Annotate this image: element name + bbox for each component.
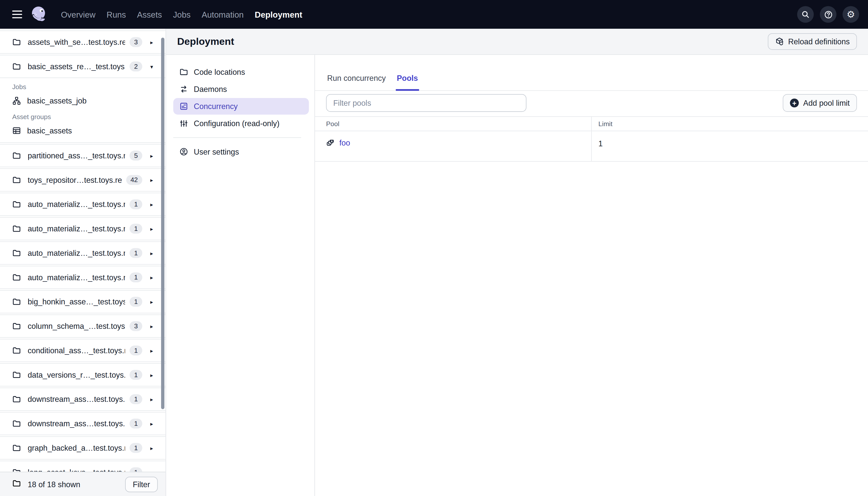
subnav-item-daemons[interactable]: Daemons <box>173 81 309 97</box>
tune-icon <box>179 119 188 128</box>
nav-link-assets[interactable]: Assets <box>136 7 163 21</box>
reload-definitions-button[interactable]: Reload definitions <box>768 33 857 50</box>
folder-icon <box>12 419 21 428</box>
menu-icon[interactable] <box>12 8 22 21</box>
repo-count-badge: 5 <box>130 151 142 161</box>
tab-pools[interactable]: Pools <box>396 74 419 90</box>
repo-count-badge: 1 <box>130 394 142 404</box>
chevron-down-icon[interactable]: ▾ <box>148 63 156 69</box>
chevron-right-icon[interactable]: ▸ <box>148 299 156 305</box>
filter-button[interactable]: Filter <box>125 476 158 492</box>
repo-name: auto_materializ…_test.toys.repo <box>28 224 125 233</box>
folder-icon <box>12 175 21 184</box>
asset-group-item[interactable]: basic_assets <box>12 123 156 138</box>
chevron-right-icon[interactable]: ▸ <box>148 372 156 378</box>
job-icon <box>12 96 21 105</box>
folder-icon <box>12 322 21 330</box>
repo-row[interactable]: big_honkin_asse…_test.toys.rep1▸ <box>0 290 165 313</box>
subnav-item-configuration-read-only[interactable]: Configuration (read-only) <box>173 115 309 132</box>
pool-link[interactable]: foo <box>340 138 350 147</box>
repo-row[interactable]: conditional_ass…_test.toys.repo1▸ <box>0 339 165 362</box>
repo-row[interactable]: auto_materializ…_test.toys.repo1▸ <box>0 217 165 240</box>
pools-table: PoolLimit foo1 <box>315 116 868 161</box>
chevron-right-icon[interactable]: ▸ <box>148 323 156 329</box>
repo-row[interactable]: data_versions_r…_test.toys.rep1▸ <box>0 363 165 386</box>
asset-group-name: basic_assets <box>27 126 72 135</box>
reload-box-icon <box>775 37 784 46</box>
folder-icon <box>12 248 21 257</box>
job-item[interactable]: basic_assets_job <box>12 94 156 108</box>
subnav-item-label: Code locations <box>194 67 245 76</box>
search-icon[interactable] <box>797 6 814 23</box>
chevron-right-icon[interactable]: ▸ <box>148 201 156 207</box>
concurrency-content: Run concurrencyPools + Add pool limit Po… <box>315 55 868 496</box>
chevron-right-icon[interactable]: ▸ <box>148 226 156 232</box>
chevron-right-icon[interactable]: ▸ <box>148 153 156 159</box>
chevron-right-icon[interactable]: ▸ <box>148 275 156 280</box>
repo-count-badge: 1 <box>130 418 142 429</box>
repo-name: long_asset_keys…test.toys.rep <box>28 468 125 471</box>
repo-row[interactable]: toys_repositor…test.toys.repo42▸ <box>0 168 165 191</box>
repo-row[interactable]: column_schema_…test.toys.rep3▸ <box>0 314 165 338</box>
chevron-right-icon[interactable]: ▸ <box>148 177 156 183</box>
repo-row[interactable]: long_asset_keys…test.toys.rep1▸ <box>0 461 165 472</box>
repo-row[interactable]: downstream_ass…test.toys.rep1▸ <box>0 412 165 435</box>
settings-gear-icon[interactable]: ⚙ <box>842 6 859 23</box>
repo-row[interactable]: basic_assets_re…_test.toys.rep2▾ <box>0 55 165 78</box>
limit-cell: 1 <box>591 131 868 161</box>
code-location-sidebar: assets_with_se…test.toys.repo3▸basic_ass… <box>0 29 166 496</box>
dagster-logo-icon[interactable] <box>29 5 48 24</box>
nav-link-deployment[interactable]: Deployment <box>253 7 303 21</box>
repo-row[interactable]: auto_materializ…_test.toys.repo1▸ <box>0 266 165 289</box>
nav-right-actions: ⚙ <box>797 6 859 23</box>
main-body: Code locationsDaemonsConcurrencyConfigur… <box>166 55 868 496</box>
chevron-right-icon[interactable]: ▸ <box>148 420 156 427</box>
repo-row[interactable]: assets_with_se…test.toys.repo3▸ <box>0 30 165 53</box>
subnav-item-label: User settings <box>194 147 239 156</box>
reload-definitions-label: Reload definitions <box>788 37 850 46</box>
repo-count-badge: 1 <box>130 297 142 307</box>
table-row: foo1 <box>315 131 868 161</box>
repo-count-badge: 2 <box>130 61 142 72</box>
help-icon[interactable] <box>820 6 837 23</box>
repo-name: auto_materializ…_test.toys.repo <box>28 200 125 209</box>
filter-pools-input[interactable] <box>326 94 526 112</box>
column-header-pool: Pool <box>315 117 591 131</box>
chevron-right-icon[interactable]: ▸ <box>148 445 156 451</box>
repo-count-badge: 1 <box>130 248 142 258</box>
folder-icon <box>12 224 21 233</box>
nav-link-automation[interactable]: Automation <box>201 7 245 21</box>
add-pool-limit-button[interactable]: + Add pool limit <box>783 94 857 112</box>
chevron-right-icon[interactable]: ▸ <box>148 39 156 45</box>
chevron-right-icon[interactable]: ▸ <box>148 469 156 472</box>
repo-row[interactable]: auto_materializ…_test.toys.repo1▸ <box>0 192 165 216</box>
repo-name: basic_assets_re…_test.toys.rep <box>28 62 125 71</box>
sidebar-scrollbar[interactable] <box>161 38 164 409</box>
repo-count-badge: 1 <box>130 370 142 380</box>
repo-name: downstream_ass…test.toys.rep <box>28 419 125 428</box>
repo-list: assets_with_se…test.toys.repo3▸basic_ass… <box>0 29 165 471</box>
repo-count-badge: 1 <box>130 223 142 234</box>
tab-run-concurrency[interactable]: Run concurrency <box>326 74 387 90</box>
chevron-right-icon[interactable]: ▸ <box>148 250 156 256</box>
repo-row[interactable]: graph_backed_a…test.toys.repo1▸ <box>0 436 165 460</box>
repo-name: downstream_ass…test.toys.rep <box>28 395 125 404</box>
folder-icon <box>12 62 21 71</box>
repo-name: column_schema_…test.toys.rep <box>28 322 125 330</box>
nav-link-jobs[interactable]: Jobs <box>172 7 192 21</box>
repo-count-badge: 42 <box>126 175 142 185</box>
folder-icon <box>12 444 21 452</box>
repo-row[interactable]: partitioned_ass…_test.toys.rep5▸ <box>0 144 165 167</box>
subnav-item-code-locations[interactable]: Code locations <box>173 64 309 80</box>
repo-name: partitioned_ass…_test.toys.rep <box>28 151 125 160</box>
pools-table-body: foo1 <box>315 131 868 161</box>
repo-row[interactable]: auto_materializ…_test.toys.repo1▸ <box>0 242 165 265</box>
subnav-item-user-settings[interactable]: User settings <box>173 143 309 160</box>
nav-link-overview[interactable]: Overview <box>60 7 96 21</box>
swap-icon <box>179 84 188 93</box>
chevron-right-icon[interactable]: ▸ <box>148 396 156 402</box>
chevron-right-icon[interactable]: ▸ <box>148 347 156 354</box>
subnav-item-concurrency[interactable]: Concurrency <box>173 98 309 114</box>
nav-link-runs[interactable]: Runs <box>106 7 127 21</box>
repo-row[interactable]: downstream_ass…test.toys.rep1▸ <box>0 387 165 410</box>
